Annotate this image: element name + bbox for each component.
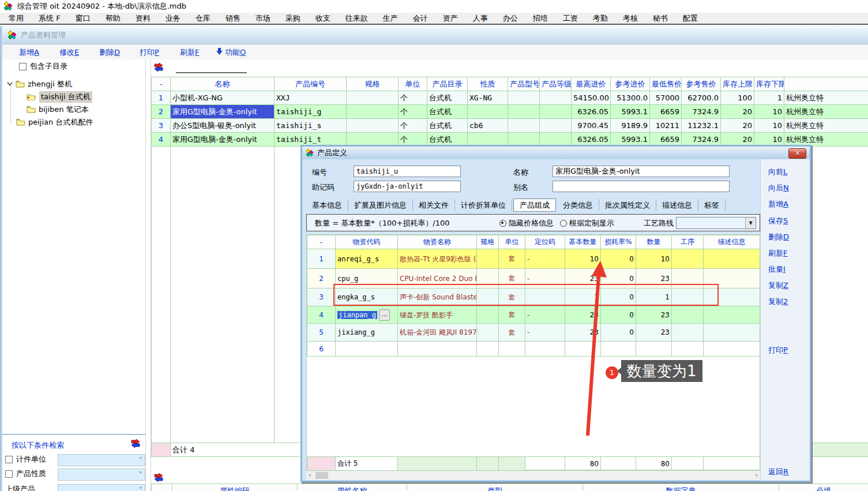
cell[interactable] [704,342,760,357]
parent-filter-combo[interactable]: ˅ [58,484,145,491]
cell[interactable]: 23 [636,324,672,342]
cell[interactable]: taishiji_g [275,105,347,119]
cell[interactable] [704,288,760,306]
cell[interactable]: 1 [307,249,336,269]
table-row[interactable]: 3 办公S型电脑-银奥-onlyit taishiji_s 个 台式机 cb6 … [152,119,868,133]
alias-field[interactable] [553,181,730,192]
cell[interactable]: 4 [307,306,336,324]
cell[interactable]: engka_g_s [336,288,398,306]
cell[interactable] [477,288,499,306]
cell[interactable]: 0 [601,249,636,269]
cell[interactable]: 机箱-金河田 飓风II 8197 [398,324,477,342]
cell[interactable] [672,324,704,342]
menu-item[interactable]: 会计 [405,13,435,24]
swap-icon[interactable] [130,438,141,448]
cell[interactable]: 0 [601,288,636,306]
cell[interactable] [540,91,572,105]
hide-price-radio[interactable]: 隐藏价格信息 [499,218,554,228]
dlg-batch-button[interactable]: 批量I [768,264,786,275]
cell[interactable]: 杭州奥立特 [784,91,868,105]
cell[interactable] [508,133,540,147]
include-subdir-checkbox[interactable] [19,63,27,70]
cell[interactable]: 台式机 [427,133,468,147]
cell[interactable]: 51300.0 [611,91,650,105]
cell[interactable]: 个 [399,119,427,133]
scrollbar-thumb[interactable] [315,472,328,479]
component-row-highlighted[interactable]: 3 engka_g_s 声卡-创新 Sound Blaster A 套 1 0 … [307,288,760,306]
cell[interactable]: 7324.9 [682,133,721,147]
cell[interactable] [525,342,565,357]
cell[interactable]: 0 [601,324,636,342]
refresh-button[interactable]: 刷新F [180,47,199,58]
horizontal-scrollbar[interactable]: ‹ › [306,471,760,480]
cell[interactable] [336,342,398,357]
cell[interactable]: 套 [499,249,525,269]
cell[interactable]: 57000 [650,91,682,105]
component-row-empty[interactable]: 6 [307,342,760,357]
cell[interactable] [398,342,477,357]
cell[interactable]: 5993.1 [611,133,650,147]
cell[interactable]: 1 [152,91,171,105]
menu-item[interactable]: 秘书 [645,13,675,24]
cell[interactable]: 6326.05 [572,133,611,147]
menu-item[interactable]: 招培 [525,13,555,24]
tree-node-zhengji[interactable]: zhengji 整机 [7,78,72,90]
menu-item[interactable]: 考勤 [585,13,615,24]
cell[interactable]: anreqi_g_s [336,249,398,269]
component-row[interactable]: 2 cpu_g CPU-Intel Core 2 Duo E43 套 - 23 … [307,269,760,288]
cell[interactable] [672,269,704,288]
custom-display-radio[interactable]: 根据定制显示 [560,218,614,228]
mnemonic-field[interactable] [354,181,461,192]
menu-item[interactable]: 采购 [278,13,308,24]
swap-icon[interactable] [153,62,164,72]
scroll-right-icon[interactable]: › [756,471,758,479]
dlg-copy2-button[interactable]: 复制2 [768,297,788,307]
tree-table-splitter[interactable] [145,59,151,491]
cell[interactable]: 个 [399,91,427,105]
cell[interactable]: 20 [721,105,754,119]
cell[interactable]: taishiji_t [275,133,347,147]
cell[interactable]: 1 [636,288,672,306]
dlg-delete-button[interactable]: 删除D [768,232,789,242]
cell[interactable]: taishiji_s [275,119,347,133]
code-field[interactable] [354,166,461,177]
cell-editing[interactable]: jianpan_g … [336,306,398,324]
cell[interactable]: - [525,324,565,342]
cell[interactable] [477,249,499,269]
tab-pricing-units[interactable]: 计价折算单位 [455,199,512,211]
menu-item[interactable]: 销售 [218,13,248,24]
cell[interactable]: 套 [499,324,525,342]
menu-item[interactable]: 系统 F [31,13,68,24]
cell[interactable]: CPU-Intel Core 2 Duo E43 [398,269,477,288]
lookup-button[interactable]: … [379,309,390,321]
cell[interactable]: 20 [721,133,754,147]
cell[interactable]: 100 [721,91,754,105]
cell[interactable] [468,133,508,147]
dlg-prev-button[interactable]: 向前L [768,167,787,177]
cell[interactable]: 杭州奥立特 [784,105,868,119]
cell[interactable]: 3 [307,288,336,306]
cell[interactable]: 0 [601,306,636,324]
menu-item[interactable]: 帮助 [98,13,128,24]
cell[interactable]: 23 [636,269,672,288]
cell[interactable]: 62700.0 [682,91,721,105]
cell[interactable]: 台式机 [427,105,468,119]
tab-batch-attributes[interactable]: 批次属性定义 [599,199,656,211]
menu-item[interactable]: 资料 [128,13,158,24]
menu-item[interactable]: 业务 [158,13,188,24]
dlg-add-button[interactable]: 新增A [768,199,788,209]
cell[interactable] [704,324,760,342]
route-combo[interactable]: ▼ [676,217,756,229]
tree-node-bijiben[interactable]: bijiben 笔记本 [27,103,89,115]
unit-filter-checkbox[interactable] [5,456,13,463]
tab-label[interactable]: 标签 [698,199,726,211]
cell[interactable]: cpu_g [336,269,398,288]
cell[interactable]: 10 [754,105,784,119]
cell[interactable]: 2 [307,269,336,288]
cell[interactable] [347,133,399,147]
cell[interactable]: 10 [636,249,672,269]
cell[interactable]: 2 [152,105,171,119]
nature-filter-combo[interactable]: ˅ [58,468,145,481]
cell[interactable]: 散热器-Tt 火星9彩色版 (A3085) [398,249,477,269]
cell[interactable] [477,306,499,324]
